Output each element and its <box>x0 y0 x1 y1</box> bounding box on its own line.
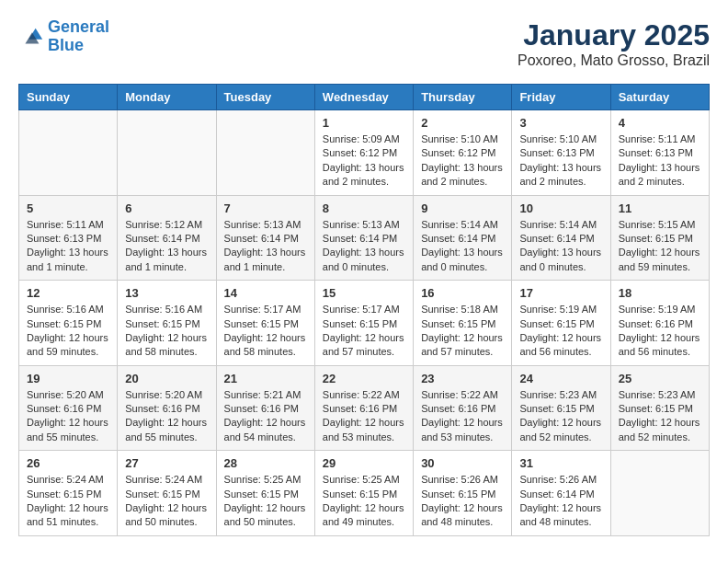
day-number: 16 <box>421 286 504 300</box>
calendar-cell: 2Sunrise: 5:10 AM Sunset: 6:12 PM Daylig… <box>414 110 512 196</box>
col-tuesday: Tuesday <box>216 85 314 110</box>
cell-info: Sunrise: 5:16 AM Sunset: 6:15 PM Dayligh… <box>125 303 208 360</box>
day-number: 23 <box>421 372 504 385</box>
calendar-week-1: 1Sunrise: 5:09 AM Sunset: 6:12 PM Daylig… <box>19 110 710 196</box>
day-number: 6 <box>125 201 208 215</box>
cell-info: Sunrise: 5:13 AM Sunset: 6:14 PM Dayligh… <box>224 218 307 275</box>
calendar-cell: 19Sunrise: 5:20 AM Sunset: 6:16 PM Dayli… <box>19 365 118 451</box>
day-number: 2 <box>421 116 504 130</box>
col-thursday: Thursday <box>414 85 512 110</box>
day-number: 3 <box>519 116 602 130</box>
cell-info: Sunrise: 5:24 AM Sunset: 6:15 PM Dayligh… <box>27 473 109 530</box>
cell-info: Sunrise: 5:17 AM Sunset: 6:15 PM Dayligh… <box>224 303 307 360</box>
cell-info: Sunrise: 5:14 AM Sunset: 6:14 PM Dayligh… <box>421 218 504 275</box>
day-number: 24 <box>519 372 602 385</box>
calendar-cell: 25Sunrise: 5:23 AM Sunset: 6:15 PM Dayli… <box>610 365 709 451</box>
day-number: 28 <box>224 456 307 470</box>
calendar-cell: 6Sunrise: 5:12 AM Sunset: 6:14 PM Daylig… <box>118 195 216 281</box>
cell-info: Sunrise: 5:24 AM Sunset: 6:15 PM Dayligh… <box>125 473 208 530</box>
day-number: 14 <box>224 286 307 300</box>
calendar-cell: 3Sunrise: 5:10 AM Sunset: 6:13 PM Daylig… <box>512 110 610 196</box>
calendar-week-5: 26Sunrise: 5:24 AM Sunset: 6:15 PM Dayli… <box>19 451 710 536</box>
day-number: 13 <box>125 286 208 300</box>
calendar-title: January 2025 <box>518 18 710 52</box>
cell-info: Sunrise: 5:22 AM Sunset: 6:16 PM Dayligh… <box>421 388 504 445</box>
day-number: 1 <box>323 116 405 130</box>
calendar-cell: 24Sunrise: 5:23 AM Sunset: 6:15 PM Dayli… <box>512 365 610 451</box>
cell-info: Sunrise: 5:09 AM Sunset: 6:12 PM Dayligh… <box>323 132 405 190</box>
cell-info: Sunrise: 5:10 AM Sunset: 6:12 PM Dayligh… <box>421 132 504 190</box>
cell-info: Sunrise: 5:10 AM Sunset: 6:13 PM Dayligh… <box>519 132 602 190</box>
day-number: 18 <box>619 286 701 300</box>
day-number: 22 <box>323 372 405 385</box>
day-number: 21 <box>224 372 307 385</box>
day-number: 5 <box>27 201 109 215</box>
day-number: 17 <box>519 286 602 300</box>
day-number: 10 <box>519 201 602 215</box>
calendar-week-2: 5Sunrise: 5:11 AM Sunset: 6:13 PM Daylig… <box>19 195 710 281</box>
calendar-cell: 30Sunrise: 5:26 AM Sunset: 6:15 PM Dayli… <box>414 451 512 536</box>
calendar-cell: 31Sunrise: 5:26 AM Sunset: 6:14 PM Dayli… <box>512 451 610 536</box>
calendar-cell: 20Sunrise: 5:20 AM Sunset: 6:16 PM Dayli… <box>118 365 216 451</box>
col-wednesday: Wednesday <box>314 85 413 110</box>
page-header: General Blue January 2025 Poxoreo, Mato … <box>18 18 710 69</box>
calendar-cell: 26Sunrise: 5:24 AM Sunset: 6:15 PM Dayli… <box>19 451 118 536</box>
day-number: 19 <box>27 372 109 385</box>
day-number: 26 <box>27 456 109 470</box>
calendar-cell: 10Sunrise: 5:14 AM Sunset: 6:14 PM Dayli… <box>512 195 610 281</box>
cell-info: Sunrise: 5:19 AM Sunset: 6:15 PM Dayligh… <box>519 303 602 360</box>
cell-info: Sunrise: 5:12 AM Sunset: 6:14 PM Dayligh… <box>125 218 208 275</box>
cell-info: Sunrise: 5:14 AM Sunset: 6:14 PM Dayligh… <box>519 218 602 275</box>
day-number: 12 <box>27 286 109 300</box>
calendar-cell: 18Sunrise: 5:19 AM Sunset: 6:16 PM Dayli… <box>610 281 709 366</box>
calendar-cell: 7Sunrise: 5:13 AM Sunset: 6:14 PM Daylig… <box>216 195 314 281</box>
cell-info: Sunrise: 5:20 AM Sunset: 6:16 PM Dayligh… <box>27 388 109 445</box>
day-number: 31 <box>519 456 602 470</box>
day-number: 25 <box>619 372 701 385</box>
cell-info: Sunrise: 5:21 AM Sunset: 6:16 PM Dayligh… <box>224 388 307 445</box>
col-sunday: Sunday <box>19 85 118 110</box>
cell-info: Sunrise: 5:26 AM Sunset: 6:14 PM Dayligh… <box>519 473 602 530</box>
day-number: 29 <box>323 456 405 470</box>
calendar-cell: 4Sunrise: 5:11 AM Sunset: 6:13 PM Daylig… <box>610 110 709 196</box>
calendar-cell: 29Sunrise: 5:25 AM Sunset: 6:15 PM Dayli… <box>314 451 413 536</box>
calendar-cell: 14Sunrise: 5:17 AM Sunset: 6:15 PM Dayli… <box>216 281 314 366</box>
day-number: 27 <box>125 456 208 470</box>
col-monday: Monday <box>118 85 216 110</box>
day-number: 7 <box>224 201 307 215</box>
col-friday: Friday <box>512 85 610 110</box>
calendar-cell <box>118 110 216 196</box>
cell-info: Sunrise: 5:23 AM Sunset: 6:15 PM Dayligh… <box>519 388 602 445</box>
calendar-cell: 13Sunrise: 5:16 AM Sunset: 6:15 PM Dayli… <box>118 281 216 366</box>
calendar-body: 1Sunrise: 5:09 AM Sunset: 6:12 PM Daylig… <box>19 110 710 536</box>
cell-info: Sunrise: 5:18 AM Sunset: 6:15 PM Dayligh… <box>421 303 504 360</box>
logo-icon <box>18 24 44 50</box>
calendar-cell: 9Sunrise: 5:14 AM Sunset: 6:14 PM Daylig… <box>414 195 512 281</box>
day-number: 9 <box>421 201 504 215</box>
day-number: 11 <box>619 201 701 215</box>
day-number: 15 <box>323 286 405 300</box>
cell-info: Sunrise: 5:23 AM Sunset: 6:15 PM Dayligh… <box>619 388 701 445</box>
cell-info: Sunrise: 5:20 AM Sunset: 6:16 PM Dayligh… <box>125 388 208 445</box>
cell-info: Sunrise: 5:13 AM Sunset: 6:14 PM Dayligh… <box>323 218 405 275</box>
cell-info: Sunrise: 5:19 AM Sunset: 6:16 PM Dayligh… <box>619 303 701 360</box>
calendar-table: Sunday Monday Tuesday Wednesday Thursday… <box>18 84 710 536</box>
cell-info: Sunrise: 5:15 AM Sunset: 6:15 PM Dayligh… <box>619 218 701 275</box>
day-number: 30 <box>421 456 504 470</box>
calendar-cell: 28Sunrise: 5:25 AM Sunset: 6:15 PM Dayli… <box>216 451 314 536</box>
cell-info: Sunrise: 5:11 AM Sunset: 6:13 PM Dayligh… <box>27 218 109 275</box>
calendar-cell: 11Sunrise: 5:15 AM Sunset: 6:15 PM Dayli… <box>610 195 709 281</box>
calendar-cell <box>610 451 709 536</box>
cell-info: Sunrise: 5:25 AM Sunset: 6:15 PM Dayligh… <box>224 473 307 530</box>
cell-info: Sunrise: 5:11 AM Sunset: 6:13 PM Dayligh… <box>619 132 701 190</box>
day-number: 20 <box>125 372 208 385</box>
title-block: January 2025 Poxoreo, Mato Grosso, Brazi… <box>518 18 710 69</box>
calendar-cell <box>19 110 118 196</box>
calendar-cell: 8Sunrise: 5:13 AM Sunset: 6:14 PM Daylig… <box>314 195 413 281</box>
calendar-cell: 1Sunrise: 5:09 AM Sunset: 6:12 PM Daylig… <box>314 110 413 196</box>
col-saturday: Saturday <box>610 85 709 110</box>
calendar-cell: 5Sunrise: 5:11 AM Sunset: 6:13 PM Daylig… <box>19 195 118 281</box>
logo: General Blue <box>18 18 109 55</box>
calendar-subtitle: Poxoreo, Mato Grosso, Brazil <box>518 52 710 69</box>
logo-text: General Blue <box>48 18 109 55</box>
